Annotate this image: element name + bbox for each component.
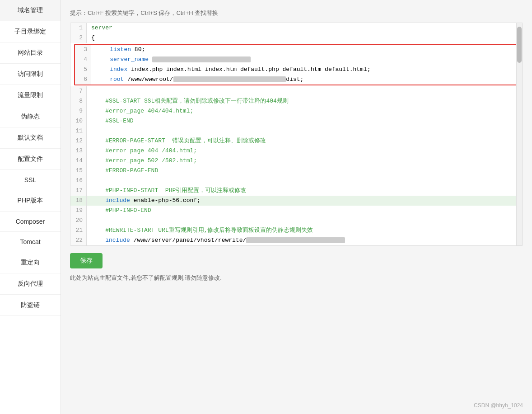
sidebar-item-access[interactable]: 访问限制 [0, 64, 61, 85]
code-editor[interactable]: 1 server 2 { 3 listen 80; 4 server_name [70, 23, 523, 245]
line-number: 4 [75, 55, 91, 65]
code-line: root /www/wwwroot/ dist; [91, 75, 518, 85]
line-number: 12 [70, 136, 87, 146]
line-number: 17 [70, 186, 87, 196]
line-number: 3 [75, 45, 91, 55]
code-line [87, 86, 523, 96]
table-row: 5 index index.php index.html index.htm d… [75, 65, 518, 75]
table-row: 12 #ERROR-PAGE-START 错误页配置，可以注释、删除或修改 [70, 136, 523, 146]
table-row: 6 root /www/wwwroot/ dist; [75, 75, 518, 85]
line-number: 10 [70, 116, 87, 126]
main-content: 提示：Ctrl+F 搜索关键字，Ctrl+S 保存，Ctrl+H 查找替换 1 … [61, 0, 532, 414]
sidebar-item-composer[interactable]: Composer [0, 212, 61, 232]
save-button[interactable]: 保存 [70, 253, 103, 268]
table-row: 13 #error_page 404 /404.html; [70, 146, 523, 156]
table-row: 10 #SSL-END [70, 116, 523, 126]
line-number: 6 [75, 75, 91, 85]
line-number: 9 [70, 106, 87, 116]
code-line [87, 216, 523, 226]
table-row: 8 #SSL-START SSL相关配置，请勿删除或修改下一行带注释的404规则 [70, 96, 523, 106]
code-line [87, 176, 523, 186]
table-row: 18 include enable-php-56.conf; [70, 196, 523, 206]
table-row: 9 #error_page 404/404.html; [70, 106, 523, 116]
table-row: 19 #PHP-INFO-END [70, 206, 523, 216]
sidebar-item-traffic[interactable]: 流量限制 [0, 85, 61, 106]
table-row: 4 server_name [75, 55, 518, 65]
code-line: #PHP-INFO-START PHP引用配置，可以注释或修改 [87, 186, 523, 196]
sidebar-item-ssl[interactable]: SSL [0, 170, 61, 190]
table-row: 1 server [70, 23, 523, 33]
code-editor-wrapper: 1 server 2 { 3 listen 80; 4 server_name [70, 23, 523, 246]
sidebar-item-subdir[interactable]: 子目录绑定 [0, 21, 61, 42]
code-line: #ERROR-PAGE-END [87, 166, 523, 176]
table-row: 15 #ERROR-PAGE-END [70, 166, 523, 176]
code-line: server_name [91, 55, 518, 65]
sidebar-item-configfile[interactable]: 配置文件 [0, 149, 61, 170]
table-row: 11 [70, 126, 523, 136]
scrollbar-track[interactable] [516, 23, 523, 245]
table-row: 17 #PHP-INFO-START PHP引用配置，可以注释或修改 [70, 186, 523, 196]
line-number: 22 [70, 235, 87, 245]
line-number: 19 [70, 206, 87, 216]
table-row: 20 [70, 216, 523, 226]
watermark: CSDN @hhyh_1024 [474, 402, 523, 409]
line-number: 11 [70, 126, 87, 136]
line-number: 18 [70, 196, 87, 206]
code-line [87, 126, 523, 136]
sidebar-item-hotlink[interactable]: 防盗链 [0, 295, 61, 316]
line-number: 20 [70, 216, 87, 226]
sidebar-item-domain[interactable]: 域名管理 [0, 0, 61, 21]
line-number: 15 [70, 166, 87, 176]
sidebar-item-rewrite[interactable]: 伪静态 [0, 106, 61, 127]
line-number: 8 [70, 96, 87, 106]
sidebar: 域名管理 子目录绑定 网站目录 访问限制 流量限制 伪静态 默认文档 配置文件 … [0, 0, 61, 414]
table-row: 2 { [70, 33, 523, 43]
sidebar-item-tomcat[interactable]: Tomcat [0, 232, 61, 252]
line-number: 2 [70, 33, 87, 43]
code-line: { [87, 33, 523, 43]
code-line: include /www/server/panel/vhost/rewrite/ [87, 235, 523, 245]
code-line: #PHP-INFO-END [87, 206, 523, 216]
line-number: 14 [70, 156, 87, 166]
code-line: #SSL-START SSL相关配置，请勿删除或修改下一行带注释的404规则 [87, 96, 523, 106]
code-line: #error_page 502 /502.html; [87, 156, 523, 166]
code-line: listen 80; [91, 45, 518, 55]
sidebar-item-phpversion[interactable]: PHP版本 [0, 190, 61, 212]
sidebar-item-defaultdoc[interactable]: 默认文档 [0, 127, 61, 149]
sidebar-item-webdir[interactable]: 网站目录 [0, 42, 61, 64]
code-line: #ERROR-PAGE-START 错误页配置，可以注释、删除或修改 [87, 136, 523, 146]
code-line: #error_page 404/404.html; [87, 106, 523, 116]
code-line: #error_page 404 /404.html; [87, 146, 523, 156]
line-number: 16 [70, 176, 87, 186]
sidebar-item-reverseproxy[interactable]: 反向代理 [0, 273, 61, 295]
code-line: include enable-php-56.conf; [87, 196, 523, 206]
line-number: 21 [70, 226, 87, 235]
table-row: 3 listen 80; [75, 45, 518, 55]
line-number: 7 [70, 86, 87, 96]
table-row: 7 [70, 86, 523, 96]
table-row: 14 #error_page 502 /502.html; [70, 156, 523, 166]
code-line: #SSL-END [87, 116, 523, 126]
code-line: server [87, 23, 523, 33]
line-number: 13 [70, 146, 87, 156]
scrollbar-thumb[interactable] [517, 27, 522, 63]
sidebar-item-redirect[interactable]: 重定向 [0, 252, 61, 273]
table-row: 21 #REWRITE-START URL重写规则引用,修改后将导致面板设置的伪… [70, 226, 523, 235]
code-line: #REWRITE-START URL重写规则引用,修改后将导致面板设置的伪静态规… [87, 226, 523, 235]
hint-bar: 提示：Ctrl+F 搜索关键字，Ctrl+S 保存，Ctrl+H 查找替换 [70, 9, 523, 17]
table-row: 22 include /www/server/panel/vhost/rewri… [70, 235, 523, 245]
line-number: 5 [75, 65, 91, 75]
table-row: 16 [70, 176, 523, 186]
line-number: 1 [70, 23, 87, 33]
footer-note: 此处为站点主配置文件,若您不了解配置规则,请勿随意修改. [70, 274, 523, 282]
red-highlight-section: 3 listen 80; 4 server_name 5 index index… [74, 44, 519, 85]
code-line: index index.php index.html index.htm def… [91, 65, 518, 75]
